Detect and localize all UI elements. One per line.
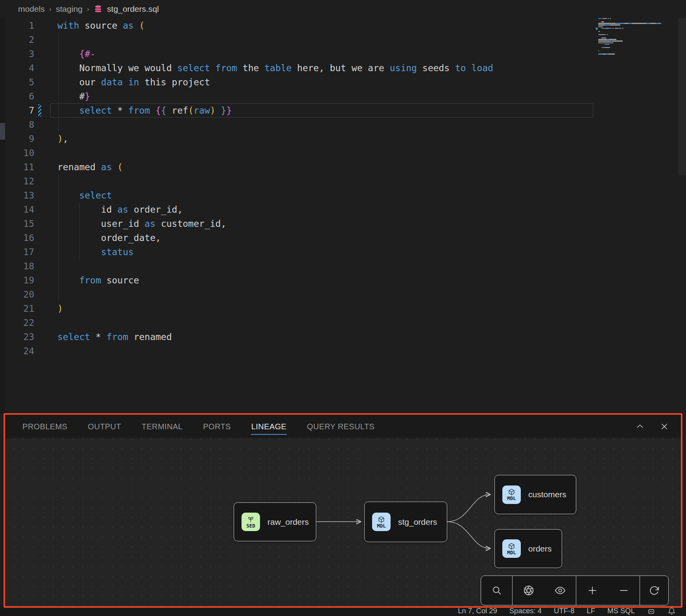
minimap-line — [598, 53, 615, 54]
code-line-20[interactable]: 20 — [0, 287, 592, 302]
code-text[interactable]: select * from {{ ref(raw) }} — [57, 103, 232, 118]
code-line-9[interactable]: 9), — [0, 132, 592, 146]
code-line-8[interactable]: 8 — [0, 118, 592, 132]
code-line-19[interactable]: 19 from source — [0, 273, 592, 287]
code-text[interactable]: from source — [57, 273, 139, 287]
code-text[interactable]: user_id as customer_id, — [57, 217, 226, 231]
code-line-13[interactable]: 13 select — [0, 188, 592, 202]
lineage-node-customers[interactable]: MDLcustomers — [494, 475, 576, 514]
code-text[interactable]: #} — [57, 89, 90, 103]
line-number[interactable]: 18 — [0, 259, 34, 273]
tab-terminal[interactable]: TERMINAL — [141, 419, 183, 435]
status-eol[interactable]: LF — [586, 607, 595, 615]
line-number[interactable]: 7 — [0, 103, 34, 118]
code-line-22[interactable]: 22 — [0, 316, 592, 330]
code-line-24[interactable]: 24 — [0, 344, 592, 358]
code-text[interactable]: ), — [57, 132, 68, 146]
gutter — [34, 330, 57, 344]
code-line-1[interactable]: 1with source as ( — [0, 18, 592, 33]
code-editor[interactable]: 1with source as (23 {#-4 Normally we wou… — [0, 18, 592, 358]
tab-query-results[interactable]: QUERY RESULTS — [306, 419, 375, 435]
code-line-5[interactable]: 5 our data in this project — [0, 75, 592, 89]
lineage-node-orders[interactable]: MDLorders — [494, 529, 562, 568]
close-icon[interactable] — [660, 422, 669, 431]
line-number[interactable]: 2 — [0, 33, 34, 47]
eye-button[interactable] — [544, 576, 576, 605]
lineage-node-raw_orders[interactable]: SEDraw_orders — [234, 502, 316, 541]
code-line-21[interactable]: 21) — [0, 302, 592, 316]
code-line-18[interactable]: 18 — [0, 259, 592, 273]
lineage-canvas[interactable]: SEDraw_ordersMDLstg_ordersMDLcustomersMD… — [5, 438, 681, 606]
aperture-button[interactable] — [512, 576, 544, 605]
code-text[interactable]: select — [57, 188, 112, 202]
line-number[interactable]: 11 — [0, 160, 34, 174]
line-number[interactable]: 8 — [0, 118, 34, 132]
line-number[interactable]: 9 — [0, 132, 34, 146]
line-number[interactable]: 20 — [0, 287, 34, 302]
line-number[interactable]: 22 — [0, 316, 34, 330]
minimap-slider[interactable] — [678, 18, 686, 175]
code-text[interactable]: select * from renamed — [57, 330, 172, 344]
breadcrumb-item-models[interactable]: models — [18, 4, 45, 14]
zoom-out-button[interactable] — [608, 576, 640, 605]
code-text[interactable]: status — [57, 245, 134, 259]
code-text[interactable]: renamed as ( — [57, 160, 123, 174]
code-text[interactable]: our data in this project — [57, 75, 210, 89]
line-number[interactable]: 12 — [0, 174, 34, 188]
line-number[interactable]: 6 — [0, 89, 34, 103]
code-line-14[interactable]: 14 id as order_id, — [0, 202, 592, 217]
code-text[interactable]: id as order_id, — [57, 202, 183, 217]
code-text[interactable]: ) — [57, 302, 63, 316]
line-number[interactable]: 10 — [0, 146, 34, 160]
line-number[interactable]: 13 — [0, 188, 34, 202]
code-text[interactable]: Normally we would select from the table … — [57, 61, 493, 75]
code-line-11[interactable]: 11renamed as ( — [0, 160, 592, 174]
search-button[interactable] — [481, 576, 512, 605]
tab-lineage[interactable]: LINEAGE — [251, 419, 287, 435]
code-line-2[interactable]: 2 — [0, 33, 592, 47]
line-number[interactable]: 21 — [0, 302, 34, 316]
chevron-up-icon[interactable] — [635, 422, 645, 431]
line-number[interactable]: 5 — [0, 75, 34, 89]
line-number[interactable]: 24 — [0, 344, 34, 358]
tab-output[interactable]: OUTPUT — [87, 419, 122, 435]
zoom-in-button[interactable] — [576, 576, 608, 605]
refresh-button[interactable] — [640, 576, 668, 605]
bell-icon[interactable] — [668, 607, 676, 615]
code-line-17[interactable]: 17 status — [0, 245, 592, 259]
tab-ports[interactable]: PORTS — [203, 419, 231, 435]
line-number[interactable]: 1 — [0, 18, 34, 33]
code-text[interactable]: {#- — [57, 47, 96, 61]
line-number[interactable]: 16 — [0, 231, 34, 245]
code-line-15[interactable]: 15 user_id as customer_id, — [0, 217, 592, 231]
breadcrumb-file[interactable]: stg_orders.sql — [107, 4, 159, 14]
status-encoding[interactable]: UTF-8 — [554, 607, 574, 615]
code-text[interactable]: with source as ( — [57, 18, 145, 33]
lineage-node-stg_orders[interactable]: MDLstg_orders — [364, 502, 447, 542]
status-cursor-position[interactable]: Ln 7, Col 29 — [458, 607, 497, 615]
line-number[interactable]: 3 — [0, 47, 34, 61]
status-language-mode[interactable]: MS SQL — [607, 607, 635, 615]
line-number[interactable]: 23 — [0, 330, 34, 344]
tab-problems[interactable]: PROBLEMS — [22, 419, 68, 435]
code-text[interactable]: order_date, — [57, 231, 161, 245]
code-line-4[interactable]: 4 Normally we would select from the tabl… — [0, 61, 592, 75]
code-line-6[interactable]: 6 #} — [0, 89, 592, 103]
minimap-line — [598, 47, 610, 48]
status-indentation[interactable]: Spaces: 4 — [509, 607, 542, 615]
code-line-10[interactable]: 10 — [0, 146, 592, 160]
gutter — [34, 202, 57, 217]
code-line-16[interactable]: 16 order_date, — [0, 231, 592, 245]
code-line-7[interactable]: 7 select * from {{ ref(raw) }} — [0, 103, 592, 118]
code-line-23[interactable]: 23select * from renamed — [0, 330, 592, 344]
line-number[interactable]: 14 — [0, 202, 34, 217]
line-number[interactable]: 19 — [0, 273, 34, 287]
code-line-3[interactable]: 3 {#- — [0, 47, 592, 61]
line-number[interactable]: 4 — [0, 61, 34, 75]
minimap[interactable] — [598, 18, 669, 73]
breadcrumb-item-staging[interactable]: staging — [56, 4, 83, 14]
line-number[interactable]: 15 — [0, 217, 34, 231]
code-line-12[interactable]: 12 — [0, 174, 592, 188]
robot-icon[interactable] — [647, 607, 655, 615]
line-number[interactable]: 17 — [0, 245, 34, 259]
